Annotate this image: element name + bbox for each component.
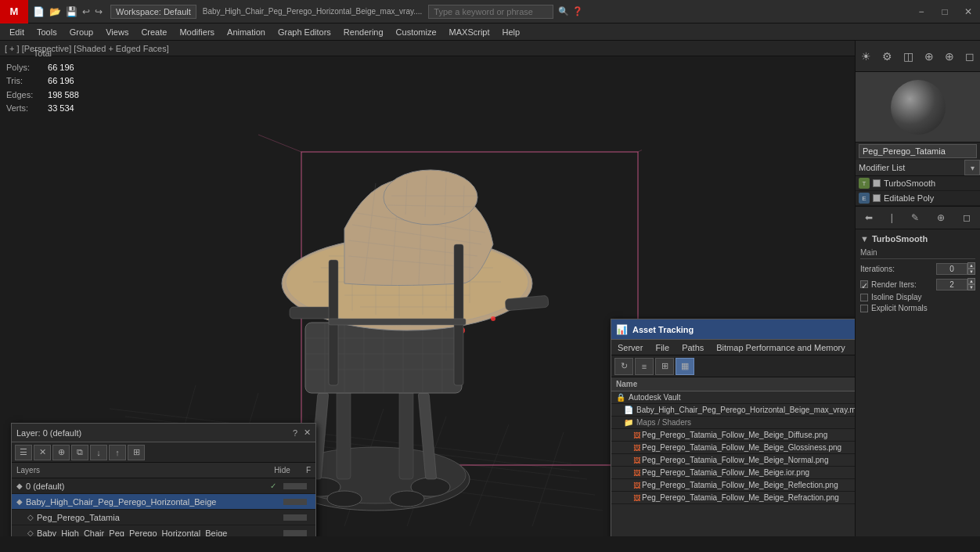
menu-graph-editors[interactable]: Graph Editors [272, 26, 337, 38]
menu-tools[interactable]: Tools [31, 26, 63, 38]
layers-delete-btn[interactable]: ✕ [34, 445, 51, 460]
undo-icon[interactable]: ↩ [81, 6, 92, 17]
mode-icon-4[interactable]: ⊕ [924, 50, 934, 63]
at-menu-file[interactable]: File [649, 341, 676, 354]
mode-icon-2[interactable]: ⚙ [882, 50, 892, 63]
list-item[interactable]: ◆ 0 (default) ✓ [12, 478, 315, 494]
layers-close-button[interactable]: ✕ [304, 428, 311, 438]
at-table[interactable]: Name Status 🔒Autodesk Vault Logged Out 📄… [611, 377, 855, 536]
workspace-dropdown[interactable]: Workspace: Default [110, 5, 196, 19]
menu-group[interactable]: Group [63, 26, 100, 38]
modifier-editable-poly[interactable]: E Editable Poly [856, 191, 980, 206]
layers-col-hide: Hide [274, 466, 290, 474]
ts-render-iters-input[interactable] [936, 279, 967, 290]
titlebar: M 📄 📂 💾 ↩ ↪ Workspace: Default Baby_High… [0, 0, 980, 23]
save-icon[interactable]: 💾 [64, 6, 79, 17]
search-icon[interactable]: 🔍 [558, 6, 569, 16]
table-row[interactable]: 🖼Peg_Perego_Tatamia_Follow_Me_Beige_Refl… [611, 479, 855, 492]
at-menu-options[interactable]: Options [852, 341, 855, 354]
layers-toolbar: ☰ ✕ ⊕ ⧉ ↓ ↑ ⊞ [12, 442, 315, 463]
breadcrumb: [ + ] [Perspective] [Shaded + Edged Face… [0, 41, 855, 56]
menu-create[interactable]: Create [135, 26, 173, 38]
ts-render-up[interactable]: ▲ [967, 278, 975, 284]
viewport-stats: Total Polys: 66 196 Tris: 66 196 Edges: … [6, 47, 79, 116]
preview-sphere [891, 80, 946, 135]
rp-tool-2[interactable]: | [891, 212, 893, 223]
ts-iterations-up[interactable]: ▲ [967, 262, 975, 269]
mod-checkbox[interactable] [873, 179, 881, 187]
at-menu-server[interactable]: Server [611, 341, 649, 354]
menu-animation[interactable]: Animation [221, 26, 272, 38]
menu-help[interactable]: Help [496, 26, 527, 38]
layers-link-btn[interactable]: ⧉ [71, 445, 88, 460]
layers-down-btn[interactable]: ↓ [90, 445, 107, 460]
search-input[interactable] [428, 5, 553, 19]
rp-tool-5[interactable]: ◻ [963, 212, 971, 223]
layers-help-button[interactable]: ? [293, 428, 297, 438]
layer-hide-toggle[interactable] [279, 482, 311, 491]
help-icon[interactable]: ❓ [572, 6, 583, 16]
ts-render-spinner: ▲ ▼ [967, 278, 975, 290]
mode-icon-3[interactable]: ◫ [903, 50, 913, 63]
at-refresh-btn[interactable]: ↻ [614, 358, 633, 375]
ts-isoline-check[interactable] [860, 294, 868, 301]
restore-button[interactable]: □ [933, 0, 957, 23]
at-menu-paths[interactable]: Paths [676, 341, 710, 354]
table-row[interactable]: 🖼Peg_Perego_Tatamia_Follow_Me_Beige_Glos… [611, 442, 855, 454]
modifier-turbosmooth[interactable]: T TurboSmooth [856, 176, 980, 191]
rp-tool-1[interactable]: ⬅ [865, 212, 873, 223]
menu-views[interactable]: Views [99, 26, 135, 38]
menu-modifiers[interactable]: Modifiers [173, 26, 221, 38]
layers-add-btn[interactable]: ⊕ [52, 445, 70, 460]
table-row[interactable]: 📁Maps / Shaders [611, 417, 855, 429]
close-button[interactable]: ✕ [957, 0, 980, 23]
at-list-btn[interactable]: ≡ [635, 358, 654, 375]
layers-up-btn[interactable]: ↑ [109, 445, 126, 460]
mode-icon-6[interactable]: ◻ [965, 50, 975, 63]
ts-iterations-input[interactable] [936, 263, 967, 275]
img-icon: 🖼 [633, 482, 640, 489]
object-name-input[interactable] [859, 144, 977, 158]
table-row[interactable]: 🖼Peg_Perego_Tatamia_Follow_Me_Beige_Diff… [611, 429, 855, 442]
layer-hide-toggle[interactable] [279, 529, 311, 537]
menu-rendering[interactable]: Rendering [337, 26, 390, 38]
list-item[interactable]: ◇ Peg_Perego_Tatamia [12, 510, 315, 525]
layers-grid-btn[interactable]: ⊞ [128, 445, 145, 460]
rp-tool-3[interactable]: ✎ [911, 212, 919, 223]
layers-col-freeze: F [306, 466, 311, 474]
ts-explicit-check[interactable] [860, 305, 868, 312]
svg-rect-24 [399, 385, 413, 479]
at-grid-btn[interactable]: ⊞ [655, 358, 674, 375]
layer-hide-toggle[interactable] [279, 513, 311, 522]
table-row[interactable]: 🖼Peg_Perego_Tatamia_Follow_Me_Beige_Refr… [611, 492, 855, 504]
open-icon[interactable]: 📂 [48, 6, 63, 17]
menu-customize[interactable]: Customize [390, 26, 443, 38]
table-row[interactable]: 🖼Peg_Perego_Tatamia_Follow_Me_Beige_Norm… [611, 454, 855, 467]
ts-render-iters-check[interactable]: ✓ [860, 280, 868, 288]
menu-edit[interactable]: Edit [3, 26, 31, 38]
new-icon[interactable]: 📄 [31, 6, 46, 17]
at-table-btn[interactable]: ▦ [676, 358, 694, 375]
mod-checkbox[interactable] [873, 194, 881, 202]
list-item[interactable]: ◆ Baby_High_Chair_Peg_Perego_Horizontal_… [12, 494, 315, 510]
layer-hide-toggle[interactable] [279, 497, 311, 507]
table-row[interactable]: 🖼Peg_Perego_Tatamia_Follow_Me_Beige.ior.… [611, 467, 855, 479]
ts-render-down[interactable]: ▼ [967, 284, 975, 290]
layers-list-btn[interactable]: ☰ [15, 445, 32, 460]
menu-maxscript[interactable]: MAXScript [443, 26, 496, 38]
at-menubar: Server File Paths Bitmap Performance and… [611, 340, 855, 355]
at-menu-bitmap[interactable]: Bitmap Performance and Memory [710, 341, 851, 354]
mode-icon-5[interactable]: ⊕ [945, 50, 954, 63]
ts-explicit-row: Explicit Normals [860, 304, 975, 312]
ts-iterations-down[interactable]: ▼ [967, 269, 975, 275]
minimize-button[interactable]: − [910, 0, 933, 23]
mode-icon-1[interactable]: ☀ [861, 50, 871, 63]
ts-collapse-arrow[interactable]: ▼ [860, 234, 869, 244]
list-item[interactable]: ◇ Baby_High_Chair_Peg_Perego_Horizontal_… [12, 525, 315, 536]
modifier-list-dropdown[interactable]: ▾ [964, 160, 980, 175]
rp-tool-4[interactable]: ⊕ [937, 212, 945, 223]
table-row[interactable]: 🔒Autodesk Vault Logged Out [611, 391, 855, 404]
table-row[interactable]: 📄Baby_High_Chair_Peg_Perego_Horizontal_B… [611, 404, 855, 417]
redo-icon[interactable]: ↪ [93, 6, 104, 17]
viewport[interactable]: [ + ] [Perspective] [Shaded + Edged Face… [0, 41, 855, 536]
